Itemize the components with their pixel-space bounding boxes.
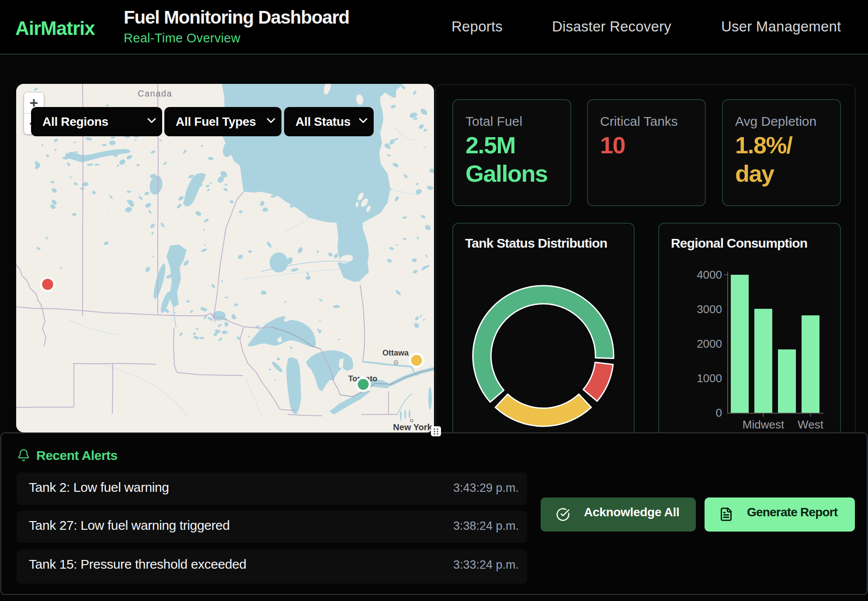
svg-text:West: West (798, 418, 824, 431)
svg-text:2000: 2000 (697, 337, 722, 350)
svg-text:3000: 3000 (697, 303, 722, 316)
svg-text:1000: 1000 (697, 372, 722, 385)
svg-text:4000: 4000 (697, 268, 722, 281)
svg-text:0: 0 (716, 406, 722, 419)
svg-text:Canada: Canada (138, 89, 172, 98)
svg-text:New York: New York (393, 422, 432, 432)
svg-text:Midwest: Midwest (743, 418, 785, 431)
svg-text:Ottawa: Ottawa (382, 349, 409, 357)
